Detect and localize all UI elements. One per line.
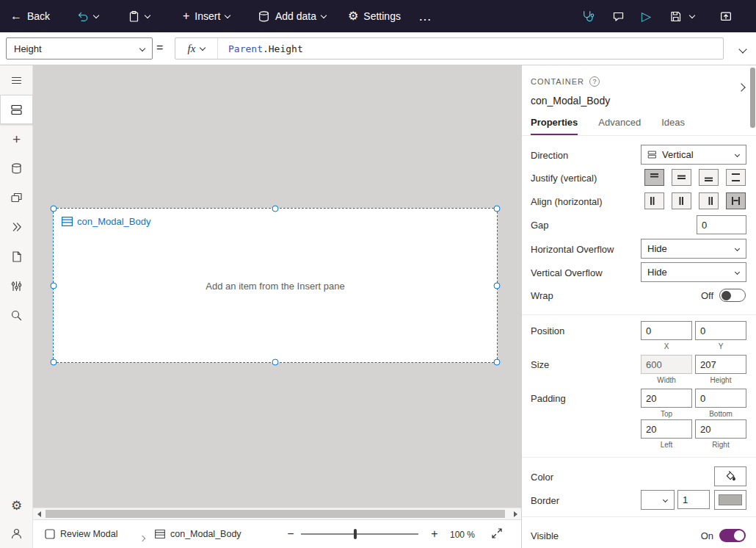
formula-rest: .Height bbox=[263, 43, 303, 54]
panel-scrollbar-thumb[interactable] bbox=[750, 68, 755, 128]
tab-properties[interactable]: Properties bbox=[531, 117, 578, 135]
resize-handle-n[interactable] bbox=[272, 206, 279, 212]
align-stretch-button[interactable] bbox=[726, 192, 746, 209]
status-bar: Review Modal con_Modal_Body − + 100 % bbox=[33, 519, 521, 548]
zoom-out-button[interactable]: − bbox=[283, 526, 299, 542]
padding-top-input[interactable] bbox=[641, 389, 692, 408]
undo-group bbox=[73, 0, 101, 32]
media-pane-button[interactable] bbox=[0, 183, 33, 212]
visible-toggle[interactable] bbox=[719, 529, 746, 542]
align-end-button[interactable] bbox=[699, 192, 719, 209]
justify-end-button[interactable] bbox=[699, 169, 719, 186]
undo-button[interactable] bbox=[76, 10, 89, 23]
resize-handle-s[interactable] bbox=[272, 359, 279, 366]
zoom-slider-thumb[interactable] bbox=[354, 529, 357, 539]
align-center-button[interactable] bbox=[672, 192, 691, 209]
insert-pane-button[interactable]: + bbox=[0, 124, 33, 154]
help-icon[interactable]: ? bbox=[589, 76, 600, 87]
formula-text[interactable]: Parent.Height bbox=[228, 43, 303, 54]
paste-menu-chevron[interactable] bbox=[145, 12, 150, 18]
scroll-left-button[interactable] bbox=[33, 508, 45, 519]
more-commands-button[interactable]: … bbox=[415, 0, 435, 32]
padding-row-2 bbox=[522, 419, 756, 439]
fit-to-window-button[interactable] bbox=[491, 527, 503, 539]
align-start-button[interactable] bbox=[644, 192, 664, 209]
padding-bottom-input[interactable] bbox=[695, 389, 746, 408]
zoom-level-value[interactable]: 100 % bbox=[450, 530, 487, 540]
app-checker-button[interactable] bbox=[578, 0, 597, 32]
property-selector[interactable]: Height bbox=[6, 37, 153, 60]
size-height-input[interactable] bbox=[695, 355, 746, 374]
border-label: Border bbox=[531, 494, 559, 505]
zoom-slider[interactable] bbox=[301, 533, 418, 535]
formula-bar-expand-button[interactable] bbox=[740, 43, 746, 54]
resize-handle-se[interactable] bbox=[494, 359, 501, 366]
plus-icon: + bbox=[431, 527, 437, 541]
account-button[interactable] bbox=[0, 519, 33, 548]
insert-button[interactable]: + Insert bbox=[180, 0, 233, 32]
resize-handle-w[interactable] bbox=[51, 282, 57, 289]
gap-input[interactable] bbox=[697, 215, 746, 234]
add-data-button[interactable]: Add data bbox=[255, 0, 329, 32]
selected-container-control[interactable]: con_Modal_Body Add an item from the Inse… bbox=[53, 208, 498, 363]
publish-button[interactable] bbox=[716, 0, 735, 32]
hamburger-icon bbox=[10, 74, 23, 87]
fx-label: fx bbox=[188, 43, 196, 55]
scrollbar-thumb[interactable] bbox=[46, 510, 505, 518]
comments-button[interactable] bbox=[609, 0, 628, 32]
save-button[interactable] bbox=[666, 0, 685, 32]
save-menu-button[interactable] bbox=[687, 0, 697, 32]
position-x-input[interactable] bbox=[641, 321, 692, 340]
container-icon bbox=[155, 530, 165, 538]
breadcrumb-screen[interactable]: Review Modal bbox=[45, 520, 118, 548]
scroll-right-button[interactable] bbox=[509, 508, 521, 519]
direction-dropdown[interactable]: Vertical bbox=[641, 145, 746, 165]
studio-settings-button[interactable]: ⚙ bbox=[0, 491, 33, 520]
collapse-panel-button[interactable] bbox=[738, 82, 744, 93]
fill-color-button[interactable] bbox=[714, 466, 746, 486]
toggle-knob bbox=[734, 530, 744, 541]
canvas-horizontal-scrollbar[interactable] bbox=[33, 508, 521, 519]
design-canvas[interactable]: con_Modal_Body Add an item from the Inse… bbox=[33, 65, 521, 508]
tabs-divider bbox=[522, 135, 756, 136]
padding-left-input[interactable] bbox=[641, 419, 692, 439]
padding-right-input[interactable] bbox=[695, 419, 746, 439]
power-automate-pane-button[interactable] bbox=[0, 212, 33, 242]
paste-icon[interactable] bbox=[128, 10, 140, 23]
collapse-menu-button[interactable] bbox=[0, 65, 33, 95]
selection-label[interactable]: con_Modal_Body bbox=[62, 216, 150, 227]
tab-advanced[interactable]: Advanced bbox=[598, 117, 641, 135]
justify-start-button[interactable] bbox=[644, 169, 664, 186]
border-style-dropdown[interactable] bbox=[641, 490, 675, 510]
advanced-tools-pane-button[interactable] bbox=[0, 271, 33, 300]
back-label: Back bbox=[27, 10, 50, 22]
border-color-button[interactable] bbox=[714, 490, 746, 510]
resize-handle-sw[interactable] bbox=[51, 359, 57, 366]
vertical-overflow-dropdown[interactable]: Hide bbox=[641, 262, 746, 282]
tree-view-button[interactable] bbox=[0, 95, 33, 124]
settings-button[interactable]: ⚙ Settings bbox=[345, 0, 404, 32]
justify-space-between-button[interactable] bbox=[726, 169, 746, 186]
preview-button[interactable]: ▷ bbox=[639, 0, 654, 32]
resize-handle-ne[interactable] bbox=[494, 206, 501, 212]
data-pane-button[interactable] bbox=[0, 154, 33, 183]
back-button[interactable]: ← Back bbox=[7, 0, 53, 32]
justify-center-button[interactable] bbox=[672, 169, 691, 186]
resize-handle-e[interactable] bbox=[494, 282, 501, 289]
search-icon bbox=[10, 309, 23, 322]
zoom-in-button[interactable]: + bbox=[426, 526, 443, 542]
border-width-input[interactable] bbox=[677, 490, 710, 509]
fx-selector[interactable]: fx bbox=[175, 38, 218, 59]
position-y-input[interactable] bbox=[695, 321, 746, 340]
undo-menu-chevron[interactable] bbox=[93, 12, 99, 18]
tab-ideas[interactable]: Ideas bbox=[661, 117, 685, 135]
search-pane-button[interactable] bbox=[0, 300, 33, 330]
resize-handle-nw[interactable] bbox=[51, 206, 57, 212]
horizontal-overflow-dropdown[interactable]: Hide bbox=[641, 239, 746, 259]
wrap-toggle[interactable] bbox=[719, 289, 746, 302]
variables-pane-button[interactable] bbox=[0, 242, 33, 271]
control-type-label: CONTAINER bbox=[531, 77, 584, 86]
database-icon bbox=[258, 10, 270, 23]
breadcrumb-control[interactable]: con_Modal_Body bbox=[155, 520, 241, 548]
padding-bottom-sublabel: Bottom bbox=[695, 410, 746, 418]
